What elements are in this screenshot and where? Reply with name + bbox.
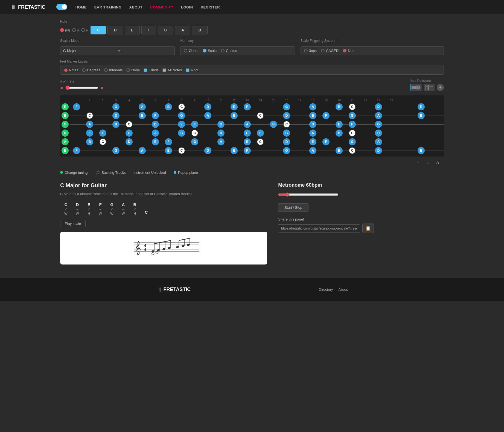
edit-icon[interactable]: ✏	[118, 49, 172, 53]
note-3-11[interactable]: D	[217, 130, 225, 137]
fret-cell-1-1[interactable]: C	[83, 111, 96, 120]
note-3-16[interactable]: G	[283, 130, 290, 137]
note-0-13[interactable]: F	[244, 103, 251, 110]
resize-vertical-icon[interactable]: ↕	[425, 159, 431, 166]
fret-cell-0-10[interactable]: D	[201, 102, 214, 111]
note-F[interactable]: F	[141, 26, 156, 34]
fret-cell-1-5[interactable]: E	[136, 111, 149, 120]
fret-cell-2-9[interactable]: F	[188, 120, 201, 129]
fret-cell-3-18[interactable]: A	[306, 129, 319, 137]
nav-home[interactable]: HOME	[75, 5, 87, 9]
fret-cell-5-10[interactable]: D	[201, 146, 214, 155]
start-stop-button[interactable]: Start / Stop	[278, 203, 308, 212]
fret-cell-2-23[interactable]: G	[372, 120, 385, 129]
fret-cell-3-11[interactable]: D	[214, 129, 228, 137]
fret-cell-2-6[interactable]: D	[149, 120, 162, 129]
fret-cell-1-6[interactable]: F	[149, 111, 162, 120]
note-2-18[interactable]: D	[309, 121, 316, 128]
note-3-23[interactable]: D	[375, 130, 382, 137]
fret-cell-2-15[interactable]: B	[267, 120, 280, 129]
footer-about[interactable]: About	[339, 287, 348, 292]
fret-cell-1-18[interactable]: E	[306, 111, 319, 120]
note-2-4[interactable]: C	[126, 121, 133, 128]
note-1-8[interactable]: G	[178, 112, 185, 119]
note-3-9[interactable]: C	[191, 130, 198, 137]
theme-toggle[interactable]	[56, 4, 67, 11]
note-0-3[interactable]: G	[112, 103, 120, 110]
add-fretboard-button[interactable]: +	[437, 84, 444, 91]
marker-degrees[interactable]: Degrees	[82, 68, 100, 72]
note-4-23[interactable]: A	[375, 138, 382, 145]
fret-cell-3-4[interactable]: G	[123, 129, 136, 137]
note-4-14[interactable]: C	[257, 138, 264, 145]
fret-cell-5-8[interactable]: C	[175, 146, 188, 155]
marker-notes[interactable]: Notes	[64, 68, 78, 72]
note-5-16[interactable]: G	[283, 147, 290, 154]
backing-tracks-link[interactable]: 🎵 Backing Tracks	[95, 170, 126, 175]
note-5-13[interactable]: F	[244, 147, 251, 154]
fret-cell-5-20[interactable]: B	[333, 146, 346, 155]
fret-cell-0-7[interactable]: B	[162, 102, 175, 111]
note-2-20[interactable]: E	[336, 121, 343, 128]
fret-cell-3-2[interactable]: F	[96, 129, 109, 137]
toggle-switch[interactable]	[56, 4, 67, 10]
note-0-18[interactable]: A	[309, 103, 316, 110]
play-scale-button[interactable]: Play scale	[60, 220, 86, 227]
note-0-20[interactable]: B	[336, 103, 343, 110]
note-D[interactable]: D	[107, 26, 123, 34]
note-0-12[interactable]: E	[231, 103, 238, 110]
fret-cell-1-23[interactable]: A	[372, 111, 385, 120]
fret-cell-2-21[interactable]: F	[346, 120, 359, 129]
note-2-16[interactable]: C	[283, 121, 290, 128]
fret-cell-4-9[interactable]: G	[188, 137, 201, 146]
note-0-0[interactable]: F	[73, 103, 80, 110]
note-4-16[interactable]: D	[283, 138, 290, 145]
note-0-10[interactable]: D	[204, 103, 211, 110]
note-3-20[interactable]: B	[336, 130, 343, 137]
fret-cell-0-25[interactable]: E	[398, 102, 444, 111]
note-5-0[interactable]: F	[73, 147, 80, 154]
note-4-18[interactable]: E	[309, 138, 316, 145]
note-0-7[interactable]: B	[165, 103, 172, 110]
note-B[interactable]: B	[192, 26, 207, 34]
fret-cell-3-20[interactable]: B	[333, 129, 346, 137]
note-1-12[interactable]: B	[231, 112, 238, 119]
note-2-9[interactable]: F	[191, 121, 198, 128]
scale-input[interactable]: C Major ✏	[60, 46, 175, 55]
note-1-3[interactable]: D	[112, 112, 120, 119]
note-0-25[interactable]: E	[418, 103, 425, 110]
note-0-8[interactable]: C	[178, 103, 185, 110]
fret-cell-1-10[interactable]: A	[201, 111, 214, 120]
instrument-unlocked-link[interactable]: Instrument Unlocked	[133, 171, 166, 175]
frets-min-slider[interactable]	[65, 86, 98, 90]
note-4-4[interactable]: D	[126, 138, 133, 145]
fret-cell-4-6[interactable]: E	[149, 137, 162, 146]
fret-cell-5-0[interactable]: F	[70, 146, 83, 155]
fret-cell-1-14[interactable]: C	[254, 111, 267, 120]
note-2-6[interactable]: D	[152, 121, 159, 128]
fret-cell-0-3[interactable]: G	[109, 102, 123, 111]
fret-cell-4-18[interactable]: E	[306, 137, 319, 146]
fretboard-icon-2[interactable]	[424, 84, 435, 91]
note-2-1[interactable]: A	[86, 121, 93, 128]
marker-all-notes[interactable]: ✓ All Notes	[162, 68, 182, 72]
note-1-23[interactable]: A	[375, 112, 382, 119]
fret-cell-4-11[interactable]: A	[214, 137, 228, 146]
note-G[interactable]: G	[158, 26, 173, 34]
marker-none[interactable]: None	[126, 68, 140, 72]
note-1-16[interactable]: D	[283, 112, 290, 119]
note-3-6[interactable]: A	[152, 130, 159, 137]
fret-cell-0-13[interactable]: F	[241, 102, 254, 111]
fret-cell-0-12[interactable]: E	[228, 102, 241, 111]
fret-cell-2-8[interactable]: E	[175, 120, 188, 129]
note-option-flat[interactable]: ♭	[81, 28, 88, 32]
note-3-1[interactable]: E	[86, 130, 93, 137]
marker-root[interactable]: ✓ Root	[186, 68, 198, 72]
fret-cell-1-16[interactable]: D	[280, 111, 293, 120]
fret-cell-4-2[interactable]: C	[96, 137, 109, 146]
popup-piano-link[interactable]: Popup piano	[174, 171, 198, 175]
fret-cell-0-21[interactable]: C	[346, 102, 359, 111]
note-0-5[interactable]: A	[139, 103, 146, 110]
fingering-none[interactable]: None	[343, 49, 356, 53]
note-3-13[interactable]: E	[244, 130, 251, 137]
